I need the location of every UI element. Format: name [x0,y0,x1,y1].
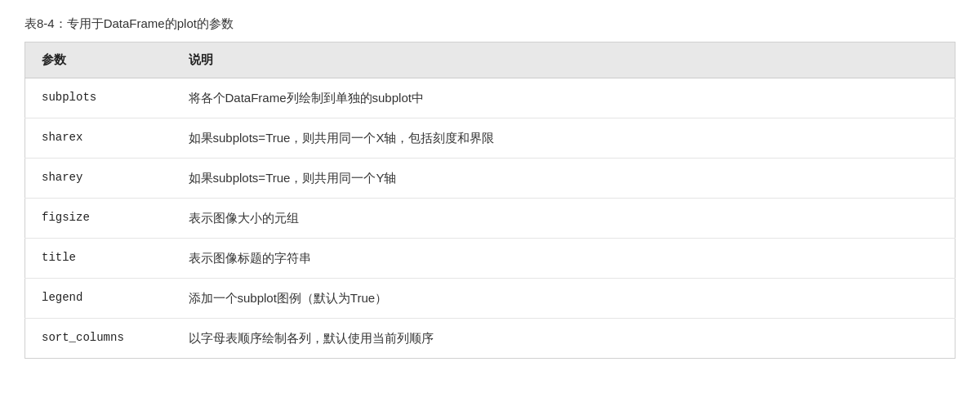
param-description: 以字母表顺序绘制各列，默认使用当前列顺序 [172,319,956,359]
param-description: 表示图像标题的字符串 [172,239,956,279]
header-description: 说明 [172,42,956,78]
table-header-row: 参数 说明 [25,42,956,78]
table-row: legend添加一个subplot图例（默认为True） [25,279,956,319]
header-param: 参数 [25,42,172,78]
table-row: subplots将各个DataFrame列绘制到单独的subplot中 [25,78,956,118]
table-row: title表示图像标题的字符串 [25,239,956,279]
table-row: figsize表示图像大小的元组 [25,199,956,239]
param-description: 如果subplots=True，则共用同一个X轴，包括刻度和界限 [172,118,956,159]
param-name: figsize [25,199,172,239]
param-description: 如果subplots=True，则共用同一个Y轴 [172,159,956,199]
param-description: 将各个DataFrame列绘制到单独的subplot中 [172,78,956,118]
param-name: legend [25,279,172,319]
param-table: 参数 说明 subplots将各个DataFrame列绘制到单独的subplot… [24,42,956,359]
param-description: 添加一个subplot图例（默认为True） [172,279,956,319]
table-row: sharex如果subplots=True，则共用同一个X轴，包括刻度和界限 [25,118,956,159]
param-name: sort_columns [25,319,172,359]
param-name: subplots [25,78,172,118]
table-row: sharey如果subplots=True，则共用同一个Y轴 [25,159,956,199]
param-name: sharex [25,118,172,159]
param-name: title [25,239,172,279]
table-title: 表8-4：专用于DataFrame的plot的参数 [24,16,956,32]
table-row: sort_columns以字母表顺序绘制各列，默认使用当前列顺序 [25,319,956,359]
param-name: sharey [25,159,172,199]
param-description: 表示图像大小的元组 [172,199,956,239]
